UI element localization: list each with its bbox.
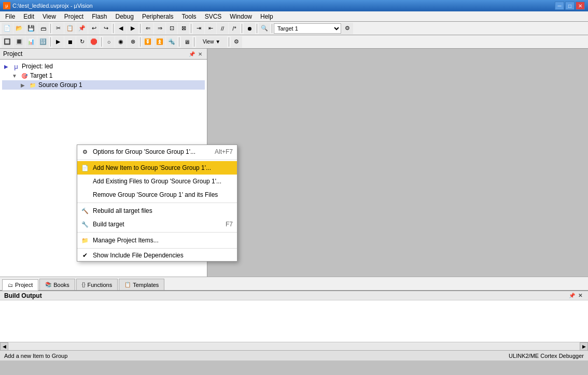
tb2-btn12[interactable]: ⏬ [142, 36, 153, 48]
tab-project[interactable]: 🗂Project [2, 279, 38, 291]
menu-item-view[interactable]: View [38, 11, 60, 22]
sep10 [140, 37, 141, 47]
panel-close-button[interactable]: ✕ [197, 50, 204, 57]
scroll-right-button[interactable]: ▶ [580, 342, 588, 351]
copy-button[interactable]: 📋 [64, 23, 76, 34]
tb2-btn2[interactable]: 🔳 [13, 36, 25, 48]
settings-button[interactable]: ⚙ [231, 36, 242, 48]
menu-item-debug[interactable]: Debug [111, 11, 138, 22]
redo-button[interactable]: ↪ [100, 23, 111, 34]
open-button[interactable]: 📂 [13, 23, 25, 34]
new-button[interactable]: 📄 [2, 23, 13, 34]
menu-item-svcs[interactable]: SVCS [201, 11, 226, 22]
tb2-btn8[interactable]: 🛑 [88, 36, 100, 48]
context-menu: ⚙Options for Group 'Source Group 1'...Al… [77, 145, 237, 262]
menu-item-window[interactable]: Window [226, 11, 256, 22]
menu-item-peripherals[interactable]: Peripherals [138, 11, 178, 22]
bookmark-clear[interactable]: ⊠ [178, 23, 189, 34]
bookmark-toggle[interactable]: ⊡ [166, 23, 177, 34]
menu-item-file[interactable]: File [1, 11, 19, 22]
scroll-track[interactable] [8, 343, 580, 350]
tb2-btn13[interactable]: ⏫ [154, 36, 165, 48]
ctx-item-add-new[interactable]: 📄Add New Item to Group 'Source Group 1'.… [77, 161, 237, 175]
tb2-btn11[interactable]: ⊗ [127, 36, 138, 48]
title-bar: μ C:\test_led\led.uvprojx - µVision ─ □ … [0, 0, 588, 11]
bookmark-prev[interactable]: ⇐ [142, 23, 153, 34]
menu-item-project[interactable]: Project [60, 11, 88, 22]
horizontal-scrollbar[interactable]: ◀ ▶ [0, 342, 588, 350]
build-pin-button[interactable]: 📌 [568, 292, 576, 299]
tree-target[interactable]: ▼ 🎯 Target 1 [2, 71, 205, 80]
tb2-btn9[interactable]: ○ [103, 36, 115, 48]
menu-item-flash[interactable]: Flash [88, 11, 111, 22]
sep9 [101, 37, 102, 47]
ctx-label-add-new: Add New Item to Group 'Source Group 1'..… [93, 164, 233, 171]
tb2-btn10[interactable]: ◉ [115, 36, 127, 48]
ctx-item-rebuild[interactable]: 🔨Rebuild all target files [77, 204, 237, 218]
ctx-icon-add-existing [80, 177, 90, 186]
tb2-btn3[interactable]: 📊 [25, 36, 37, 48]
forward-button[interactable]: ▶ [127, 23, 138, 34]
maximize-button[interactable]: □ [565, 2, 575, 10]
ctx-separator-separator1 [77, 160, 237, 160]
tab-books[interactable]: 📚Books [39, 279, 75, 290]
bookmark-next[interactable]: ⇒ [154, 23, 165, 34]
cut-button[interactable]: ✂ [52, 23, 64, 34]
menu-item-tools[interactable]: Tools [178, 11, 201, 22]
ctx-item-remove-group[interactable]: Remove Group 'Source Group 1' and its Fi… [77, 188, 237, 201]
scroll-left-button[interactable]: ◀ [0, 342, 8, 351]
ctx-item-options[interactable]: ⚙Options for Group 'Source Group 1'...Al… [77, 145, 237, 158]
build-close-button[interactable]: ✕ [577, 292, 584, 299]
ctx-icon-rebuild: 🔨 [80, 206, 90, 215]
sep8 [50, 37, 51, 47]
save-all-button[interactable]: 🗃 [37, 23, 49, 34]
save-button[interactable]: 💾 [25, 23, 37, 34]
comment-button[interactable]: // [217, 23, 228, 34]
tree-root[interactable]: ▶ μ Project: led [2, 62, 205, 71]
ctx-item-add-existing[interactable]: Add Existing Files to Group 'Source Grou… [77, 175, 237, 188]
menu-bar: FileEditViewProjectFlashDebugPeripherals… [0, 11, 588, 22]
tab-label-project: Project [15, 282, 33, 288]
ctx-shortcut-options: Alt+F7 [215, 148, 233, 155]
target-select[interactable]: Target 1 [274, 23, 341, 34]
sep5 [242, 24, 242, 33]
target-options[interactable]: ⚙ [342, 23, 353, 34]
back-button[interactable]: ◀ [115, 23, 127, 34]
macro-record[interactable]: ⏺ [244, 23, 255, 34]
close-button[interactable]: ✕ [576, 2, 585, 10]
tree-source-group[interactable]: ▶ 📁 Source Group 1 [2, 80, 205, 90]
app-icon: μ [3, 2, 10, 9]
ctx-icon-remove-group [80, 190, 90, 199]
tb2-btn5[interactable]: ▶ [52, 36, 64, 48]
ctx-item-build[interactable]: 🔧Build targetF7 [77, 218, 237, 231]
tb2-btn15[interactable]: 🖥 [181, 36, 192, 48]
tb2-btn14[interactable]: 🔩 [166, 36, 177, 48]
window-title: C:\test_led\led.uvprojx - µVision [12, 3, 555, 9]
group-expand-icon: ▶ [19, 81, 27, 89]
uncomment-button[interactable]: /* [229, 23, 240, 34]
sep6 [257, 24, 257, 33]
menu-item-help[interactable]: Help [256, 11, 277, 22]
tb2-btn7[interactable]: ↻ [76, 36, 88, 48]
build-output-controls: 📌 ✕ [568, 292, 584, 299]
ctx-item-manage[interactable]: 📁Manage Project Items... [77, 234, 237, 247]
view-options[interactable]: View ▼ [196, 36, 227, 48]
tab-templates[interactable]: 📋Templates [119, 279, 164, 290]
panel-pin-button[interactable]: 📌 [188, 50, 195, 57]
sep3 [140, 24, 141, 33]
unindent-button[interactable]: ⇤ [205, 23, 216, 34]
tab-functions[interactable]: {}Functions [76, 279, 118, 290]
menu-item-edit[interactable]: Edit [19, 11, 38, 22]
undo-button[interactable]: ↩ [88, 23, 100, 34]
minimize-button[interactable]: ─ [555, 2, 564, 10]
toolbar2: 🔲 🔳 📊 🔢 ▶ ⏹ ↻ 🛑 ○ ◉ ⊗ ⏬ ⏫ 🔩 🖥 View ▼ ⚙ [0, 35, 588, 49]
find-button[interactable]: 🔍 [259, 23, 270, 34]
ctx-item-show-deps[interactable]: ✔Show Include File Dependencies [77, 250, 237, 261]
ctx-label-show-deps: Show Include File Dependencies [93, 252, 233, 259]
tb2-btn6[interactable]: ⏹ [64, 36, 76, 48]
tb2-btn1[interactable]: 🔲 [2, 36, 13, 48]
tb2-btn4[interactable]: 🔢 [37, 36, 49, 48]
indent-button[interactable]: ⇥ [193, 23, 204, 34]
ctx-label-rebuild: Rebuild all target files [93, 207, 233, 214]
paste-button[interactable]: 📌 [76, 23, 88, 34]
